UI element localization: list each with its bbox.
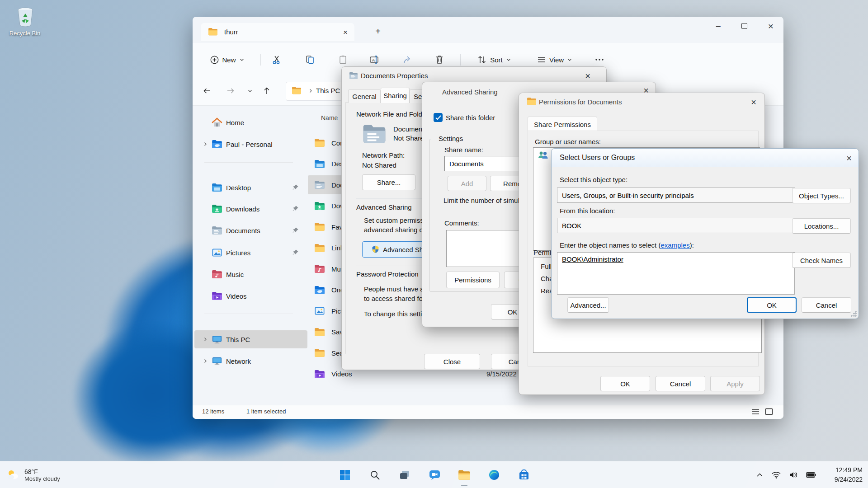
sidebar-item-pictures[interactable]: Pictures xyxy=(194,244,307,262)
sidebar-item-label: Downloads xyxy=(226,205,259,213)
share-this-folder-checkbox[interactable] xyxy=(434,113,443,122)
sidebar-item-network[interactable]: Network xyxy=(194,352,307,370)
add-share-button[interactable]: Add xyxy=(448,176,486,191)
explorer-tab[interactable]: thurr × xyxy=(201,23,354,42)
sidebar-item-label: This PC xyxy=(226,336,250,343)
clock[interactable]: 12:49 PM 9/24/2022 xyxy=(835,465,863,484)
locations-button[interactable]: Locations... xyxy=(792,218,851,234)
close-icon[interactable]: × xyxy=(747,96,760,108)
taskbar-search-button[interactable] xyxy=(365,465,385,485)
sidebar-item-home[interactable]: Home xyxy=(194,113,307,131)
up-button[interactable] xyxy=(259,84,274,98)
file-date-modified: 9/15/2022 xyxy=(486,370,517,378)
dialog-title: Documents Properties xyxy=(361,72,428,80)
more-options-button[interactable] xyxy=(590,51,609,69)
documents-properties-icon xyxy=(349,72,358,79)
copy-button[interactable] xyxy=(301,51,319,69)
sidebar-item-documents[interactable]: Documents xyxy=(194,221,307,239)
share-permissions-button[interactable]: Permissions xyxy=(446,272,500,288)
videos-icon xyxy=(314,370,325,379)
chevron-right-icon xyxy=(308,88,313,94)
dialog-title: Select Users or Groups xyxy=(560,154,635,162)
details-view-toggle[interactable] xyxy=(750,406,761,417)
name-column-header[interactable]: Name xyxy=(321,114,338,122)
folder-icon xyxy=(292,86,302,94)
chevron-right-icon[interactable] xyxy=(203,358,208,364)
system-tray xyxy=(753,465,818,485)
arrow-up-icon xyxy=(263,87,270,95)
advanced-sharing-section-title: Advanced Sharing xyxy=(356,203,412,211)
sidebar-item-label: Paul - Personal xyxy=(226,141,273,148)
select-users-ok-button[interactable]: OK xyxy=(747,297,797,313)
check-names-button[interactable]: Check Names xyxy=(792,253,851,268)
share-icon xyxy=(403,55,413,65)
object-types-button[interactable]: Object Types... xyxy=(792,188,851,203)
share-button[interactable] xyxy=(399,51,417,69)
music-icon xyxy=(314,264,325,273)
permissions-ok-button[interactable]: OK xyxy=(600,376,650,391)
sidebar-item-music[interactable]: Music xyxy=(194,265,307,283)
new-tab-button[interactable]: + xyxy=(372,25,384,38)
taskbar-chat-button[interactable] xyxy=(425,465,444,485)
enter-object-names-label: Enter the object names to select (exampl… xyxy=(560,241,694,249)
sidebar-item-videos[interactable]: Videos xyxy=(194,287,307,305)
object-type-label: Select this object type: xyxy=(560,176,627,183)
sidebar-item-paul-personal[interactable]: Paul - Personal xyxy=(194,135,307,153)
wifi-icon[interactable] xyxy=(769,465,783,485)
paste-icon xyxy=(338,55,348,65)
weather-icon xyxy=(6,469,20,481)
taskbar-start-button[interactable] xyxy=(335,465,355,485)
tab-general[interactable]: General xyxy=(348,89,381,103)
maximize-button[interactable] xyxy=(741,23,747,29)
location-field: BOOK xyxy=(557,218,795,233)
large-icons-view-toggle[interactable] xyxy=(763,406,775,417)
paste-button[interactable] xyxy=(334,51,352,69)
select-users-advanced-button[interactable]: Advanced... xyxy=(567,297,609,313)
arrow-left-icon xyxy=(203,87,211,94)
chevron-right-icon[interactable] xyxy=(203,337,208,342)
tab-close-icon[interactable]: × xyxy=(340,27,351,38)
tray-chevron-up-icon[interactable] xyxy=(753,465,766,485)
permissions-cancel-button[interactable]: Cancel xyxy=(656,376,705,391)
object-names-textarea[interactable]: BOOK\Administrator xyxy=(557,252,795,295)
breadcrumb-location[interactable]: This PC xyxy=(316,87,340,94)
taskbar-store-button[interactable] xyxy=(514,465,534,485)
chevron-right-icon[interactable] xyxy=(203,141,208,147)
back-button[interactable] xyxy=(200,84,214,98)
sidebar-item-downloads[interactable]: Downloads xyxy=(194,200,307,218)
recent-locations-button[interactable] xyxy=(244,84,256,97)
delete-button[interactable] xyxy=(430,51,448,69)
close-button[interactable]: × xyxy=(763,20,779,33)
close-icon[interactable]: × xyxy=(581,70,594,82)
taskbar-edge-button[interactable] xyxy=(484,465,504,485)
settings-legend: Settings xyxy=(436,135,466,142)
taskbar-explorer-button[interactable] xyxy=(454,465,474,485)
from-location-label: From this location: xyxy=(560,207,615,215)
weather-widget[interactable]: 68°F Mostly cloudy xyxy=(6,464,97,486)
taskview-icon xyxy=(399,469,410,481)
minimize-button[interactable]: – xyxy=(711,19,726,33)
selected-count: 1 item selected xyxy=(246,408,286,415)
examples-link[interactable]: examples xyxy=(660,241,689,249)
forward-button[interactable] xyxy=(223,84,238,98)
share-folder-button[interactable]: Share... xyxy=(362,174,415,190)
items-count: 12 items xyxy=(202,408,224,415)
resize-grip[interactable] xyxy=(851,311,857,317)
network-path-label: Network Path: xyxy=(362,151,405,159)
tab-share-permissions[interactable]: Share Permissions xyxy=(528,117,597,131)
properties-close-button[interactable]: Close xyxy=(424,354,480,369)
sidebar-item-desktop[interactable]: Desktop xyxy=(194,178,307,197)
permissions-apply-button[interactable]: Apply xyxy=(710,376,760,391)
battery-icon[interactable] xyxy=(804,465,818,485)
sidebar-item-this-pc[interactable]: This PC xyxy=(194,330,307,348)
tab-sharing[interactable]: Sharing xyxy=(381,88,410,103)
password-protection-title: Password Protection xyxy=(356,270,419,278)
rename-button[interactable]: A xyxy=(366,51,384,69)
cut-button[interactable] xyxy=(268,51,286,69)
select-users-cancel-button[interactable]: Cancel xyxy=(802,297,851,313)
new-button[interactable]: New xyxy=(205,50,250,69)
taskbar-taskview-button[interactable] xyxy=(395,465,415,485)
sort-button-label: Sort xyxy=(490,56,503,64)
volume-icon[interactable] xyxy=(787,465,800,485)
close-icon[interactable]: × xyxy=(843,152,855,164)
